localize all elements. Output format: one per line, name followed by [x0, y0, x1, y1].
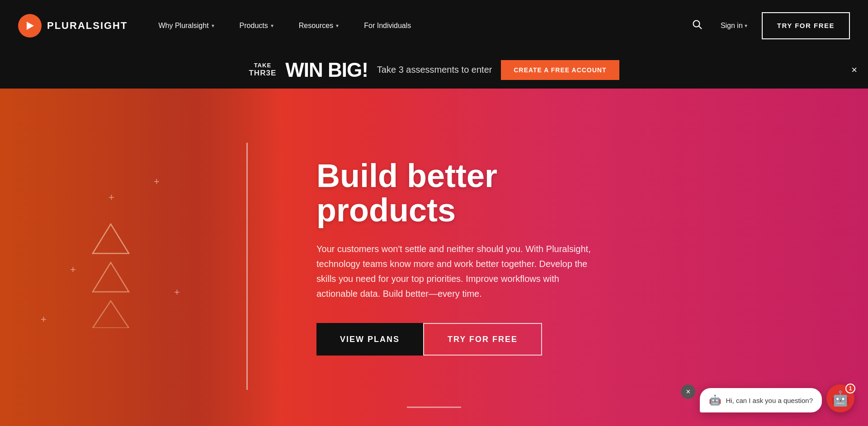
banner-close-button[interactable]: × [851, 65, 857, 75]
nav-right: Sign in ▾ TRY FOR FREE [688, 12, 850, 39]
logo-text: PLURALSIGHT [47, 20, 127, 32]
view-plans-button[interactable]: VIEW PLANS [316, 323, 423, 356]
promo-banner: TAKE THR3E WIN BIG! Take 3 assessments t… [0, 51, 868, 89]
resources-chevron-icon: ▾ [336, 23, 339, 29]
chat-bot-icon: 🤖 [831, 390, 849, 407]
logo-icon [18, 14, 42, 37]
chat-badge: 1 [845, 384, 855, 393]
banner-subtitle: Take 3 assessments to enter [377, 65, 492, 75]
banner-cta-button[interactable]: CREATE A FREE ACCOUNT [501, 60, 619, 80]
chat-close-button[interactable]: × [681, 384, 695, 399]
nav-try-free-button[interactable]: TRY FOR FREE [762, 12, 850, 39]
svg-line-2 [699, 26, 702, 29]
signin-button[interactable]: Sign in ▾ [715, 18, 753, 33]
nav-resources[interactable]: Resources ▾ [286, 0, 351, 51]
nav-individuals[interactable]: For Individuals [351, 0, 424, 51]
hero-content: Build better products Your customers won… [280, 159, 633, 356]
hero-description: Your customers won't settle and neither … [316, 242, 597, 301]
chat-widget: × 🤖 Hi, can I ask you a question? 🤖 1 [681, 384, 854, 412]
nav-why-pluralsight[interactable]: Why Pluralsight ▾ [146, 0, 226, 51]
hero-buttons: VIEW PLANS TRY FOR FREE [316, 323, 597, 356]
svg-marker-3 [93, 224, 129, 253]
plus-deco-3: + [70, 265, 76, 275]
deco-triangles [90, 220, 131, 330]
hero-title: Build better products [316, 159, 597, 227]
chat-bubble-text: Hi, can I ask you a question? [726, 397, 813, 404]
svg-marker-4 [93, 262, 129, 292]
banner-take-thr3e-logo: TAKE THR3E [249, 62, 276, 78]
signin-chevron-icon: ▾ [745, 23, 747, 29]
chat-avatar[interactable]: 🤖 1 [826, 384, 854, 412]
hero-person-area: + + + + + [0, 89, 280, 426]
scroll-indicator [407, 407, 461, 408]
nav-links: Why Pluralsight ▾ Products ▾ Resources ▾… [146, 0, 688, 51]
hero-try-free-button[interactable]: TRY FOR FREE [423, 323, 542, 356]
plus-deco-1: + [108, 192, 114, 202]
chat-bubble[interactable]: 🤖 Hi, can I ask you a question? [700, 388, 822, 412]
banner-win-big-text: WIN BIG! [285, 59, 368, 81]
why-chevron-icon: ▾ [212, 23, 214, 29]
hero-section: + + + + + Build better products Your cus… [0, 89, 868, 426]
chat-emoji-icon: 🤖 [709, 394, 721, 406]
nav-products[interactable]: Products ▾ [227, 0, 286, 51]
logo-link[interactable]: PLURALSIGHT [18, 14, 127, 37]
svg-marker-0 [27, 22, 34, 30]
plus-deco-4: + [174, 287, 180, 297]
svg-point-1 [693, 20, 699, 27]
search-button[interactable] [688, 15, 706, 36]
plus-deco-2: + [154, 177, 160, 187]
navbar: PLURALSIGHT Why Pluralsight ▾ Products ▾… [0, 0, 868, 51]
products-chevron-icon: ▾ [271, 23, 274, 29]
hero-divider [246, 143, 248, 390]
plus-deco-5: + [41, 314, 47, 324]
svg-marker-5 [93, 301, 129, 328]
